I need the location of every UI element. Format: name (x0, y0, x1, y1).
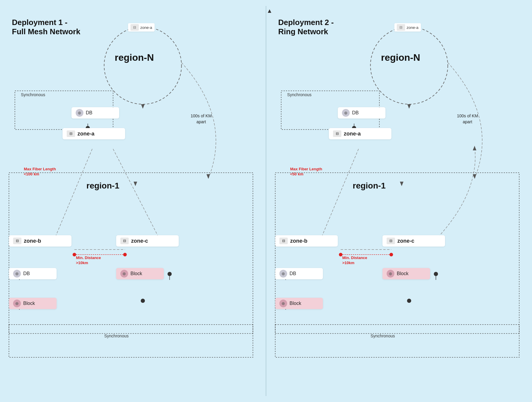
svg-line-7 (113, 149, 161, 241)
server-icon-a: ⊟ (67, 130, 75, 137)
block-box-zoneb-2: ⊕ Block (275, 298, 323, 309)
svg-rect-27 (275, 173, 519, 334)
svg-point-18 (73, 253, 76, 256)
svg-rect-3 (9, 325, 253, 357)
km-label-2: 100s of KMapart (457, 113, 478, 125)
block-box-zonec-2: ⊕ Block (382, 268, 430, 279)
globe-icon-block-c2: ⊕ (387, 270, 394, 278)
db-box-zonea-1: ⊕ DB (71, 107, 119, 119)
globe-icon-block-b2: ⊕ (279, 300, 287, 307)
db-box-zoneb-2: ⊕ DB (275, 268, 323, 279)
globe-icon-block-c: ⊕ (120, 270, 128, 278)
svg-marker-28 (400, 182, 403, 186)
max-fiber-label-1: Max Fiber Length <100 km (24, 167, 56, 177)
synchronous-bottom-1: Synchronous (104, 334, 129, 338)
svg-marker-24 (407, 104, 411, 109)
km-label-1: 100s of KMapart (191, 113, 212, 125)
zone-b-box-2: ⊟ zone-b (275, 235, 338, 247)
server-icon-2: ⊟ (397, 24, 405, 31)
region-n-label-2: region-N (381, 52, 420, 63)
globe-icon: ⊕ (76, 109, 83, 117)
svg-point-17 (141, 299, 145, 303)
deployment-1: Deployment 1 - Full Mesh Network (0, 0, 266, 402)
svg-point-23 (371, 27, 448, 104)
synchronous-bottom-2: Synchronous (371, 334, 395, 338)
server-icon-c: ⊟ (120, 238, 129, 244)
db-box-zoneb-1: ⊕ DB (9, 268, 57, 279)
svg-rect-26 (275, 325, 519, 357)
db-box-zonea-2: ⊕ DB (338, 107, 385, 119)
globe-icon-b2: ⊕ (279, 270, 287, 278)
svg-point-41 (339, 253, 343, 256)
zone-c-box-2: ⊟ zone-c (382, 235, 445, 247)
zone-b-box-1: ⊟ zone-b (9, 235, 71, 247)
region-n-label-1: region-N (115, 52, 154, 63)
min-distance-label-2: Min. Distance >10km (342, 255, 367, 266)
synchronous-top-2: Synchronous (287, 92, 312, 97)
main-container: ▲ Deployment 1 - Full Mesh Network (0, 0, 532, 402)
svg-point-19 (123, 253, 127, 256)
region-1-label-2: region-1 (353, 181, 385, 191)
server-icon-c2: ⊟ (387, 238, 395, 244)
svg-marker-31 (473, 146, 476, 150)
region-1-label-1: region-1 (86, 181, 119, 191)
svg-point-40 (407, 299, 411, 303)
svg-marker-21 (206, 174, 210, 179)
min-distance-label-1: Min. Distance >10km (76, 255, 101, 266)
svg-marker-5 (133, 182, 137, 186)
server-icon-a2: ⊟ (333, 130, 341, 137)
synchronous-top-1: Synchronous (21, 92, 45, 97)
svg-point-0 (104, 27, 182, 104)
svg-marker-1 (141, 104, 144, 109)
zone-a-box-1: ⊟ zone-a (63, 128, 125, 139)
globe-icon-b: ⊕ (13, 270, 21, 278)
zone-tag-regionN-1: ⊟ zone-a (128, 23, 155, 32)
svg-rect-4 (9, 173, 253, 334)
svg-line-29 (320, 149, 359, 241)
block-box-zoneb-1: ⊕ Block (9, 298, 57, 309)
max-fiber-label-2: Max Fiber Length <50 km (290, 167, 322, 177)
zone-a-box-2: ⊟ zone-a (329, 128, 391, 139)
deployment-2: Deployment 2 - Ring Network (266, 0, 532, 402)
zone-tag-regionN-2: ⊟ zone-a (394, 23, 421, 32)
globe-icon-2: ⊕ (342, 109, 350, 117)
svg-line-6 (54, 149, 92, 241)
server-icon: ⊟ (130, 24, 139, 31)
svg-point-42 (390, 253, 393, 256)
svg-marker-44 (473, 174, 476, 179)
server-icon-b: ⊟ (13, 238, 21, 244)
server-icon-b2: ⊟ (279, 238, 288, 244)
zone-c-box-1: ⊟ zone-c (116, 235, 179, 247)
globe-icon-block-b: ⊕ (13, 300, 21, 307)
block-box-zonec-1: ⊕ Block (116, 268, 164, 279)
